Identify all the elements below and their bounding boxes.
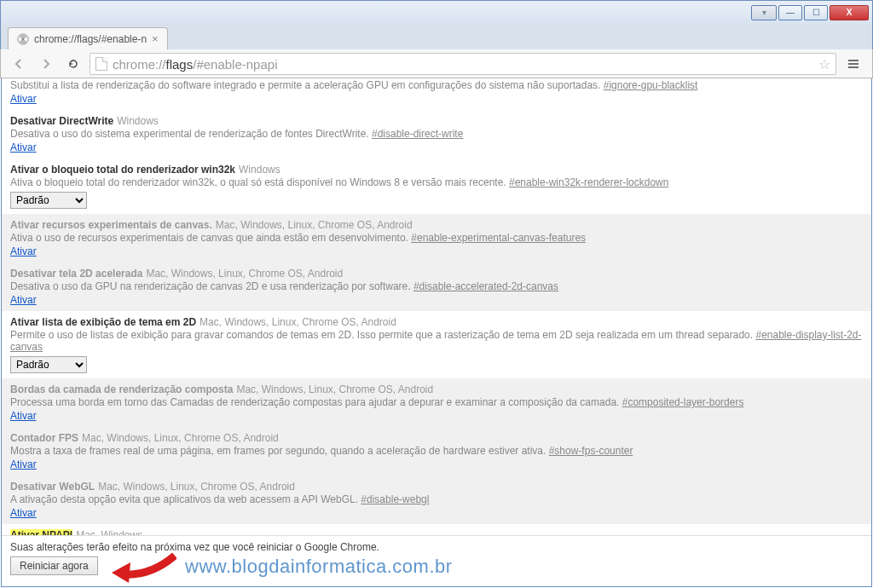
maximize-button[interactable]: ☐ [804,5,828,20]
flag-platforms: Mac, Windows, Linux, Chrome OS, Android [82,432,279,444]
close-window-button[interactable]: X [830,5,869,20]
flag-title: Ativar NPAPI [10,529,72,535]
flag-description: Desativa o uso do sistema experimental d… [10,128,863,140]
flag-item: Contador FPSMac, Windows, Linux, Chrome … [2,427,871,476]
url-text: chrome://flags/#enable-npapi [113,57,277,72]
flag-platforms: Mac, Windows, Linux, Chrome OS, Android [236,383,433,395]
tab-title: chrome://flags/#enable-n [34,33,147,45]
flag-description: Substitui a lista de renderização do sof… [10,79,863,91]
flag-action-link[interactable]: Ativar [10,294,37,306]
flag-hash-link[interactable]: #ignore-gpu-blacklist [604,79,698,91]
flag-select[interactable]: Padrão [10,356,87,373]
flag-platforms: Windows [117,115,159,127]
flag-platforms: Mac, Windows [76,529,142,535]
flag-description: Processa uma borda em torno das Camadas … [10,396,863,408]
forward-button[interactable] [35,53,57,75]
flag-item: Ativar o bloqueio total do renderizador … [2,159,871,214]
flag-item: Ativar NPAPIMac, WindowsAtiva o uso de p… [2,524,871,535]
flag-item: Ativar recursos experimentais de canvas.… [2,214,871,262]
flag-title: Contador FPS [10,432,78,444]
flag-platforms: Mac, Windows, Linux, Chrome OS, Android [98,481,295,493]
red-arrow-annotation [108,549,176,585]
flag-hash-link[interactable]: #enable-win32k-renderer-lockdown [509,176,668,188]
content-area: Substitui a lista de renderização do sof… [1,78,872,587]
relaunch-button[interactable]: Reiniciar agora [10,556,98,575]
flag-action-link[interactable]: Ativar [10,507,37,519]
flag-hash-link[interactable]: #enable-experimental-canvas-features [411,232,586,244]
flag-action-link[interactable]: Ativar [10,93,37,105]
tab-close-icon[interactable]: × [152,33,159,44]
flag-item: Desativar WebGLMac, Windows, Linux, Chro… [2,476,871,524]
flags-list[interactable]: Substitui a lista de renderização do sof… [2,78,871,535]
flag-title: Ativar recursos experimentais de canvas. [10,219,212,231]
flag-hash-link[interactable]: #disable-webgl [361,493,429,505]
tab-flags[interactable]: chrome://flags/#enable-n × [8,27,168,49]
flag-item: Bordas da camada de renderização compost… [2,378,871,427]
flag-platforms: Mac, Windows, Linux, Chrome OS, Android [146,268,343,280]
flag-description: Ativa o bloqueio total do renderizador w… [10,176,863,188]
reload-button[interactable] [62,53,84,75]
address-bar[interactable]: chrome://flags/#enable-npapi ☆ [90,53,836,75]
nuclear-icon [17,33,29,45]
flag-platforms: Mac, Windows, Linux, Chrome OS, Android [199,316,396,328]
tab-strip: chrome://flags/#enable-n × [0,24,873,49]
flag-title: Bordas da camada de renderização compost… [10,383,233,395]
flag-title: Desativar DirectWrite [10,115,113,127]
window-titlebar: ▾ — ☐ X [0,0,873,24]
flag-title: Desativar tela 2D acelerada [10,268,142,280]
relaunch-bar: Suas alterações terão efeito na próxima … [2,535,871,586]
chrome-menu-button[interactable] [841,53,865,75]
flag-item: Desativar tela 2D aceleradaMac, Windows,… [2,262,871,311]
flag-item: Substitui a lista de renderização do sof… [2,79,871,110]
flag-hash-link[interactable]: #composited-layer-borders [622,396,744,408]
flag-action-link[interactable]: Ativar [10,458,37,470]
flag-platforms: Windows [239,164,280,176]
flag-hash-link[interactable]: #enable-display-list-2d-canvas [10,329,862,353]
back-button[interactable] [8,53,30,75]
bookmark-star-icon[interactable]: ☆ [818,56,830,72]
minimize-button[interactable]: — [778,5,802,20]
flag-action-link[interactable]: Ativar [10,410,37,422]
page-icon [95,57,107,71]
flag-description: A ativação desta opção evita que aplicat… [10,493,863,505]
flag-title: Ativar lista de exibição de tema em 2D [10,316,196,328]
flag-title: Ativar o bloqueio total do renderizador … [10,164,235,176]
flag-hash-link[interactable]: #show-fps-counter [549,445,633,457]
flag-select[interactable]: Padrão [10,192,87,209]
flag-platforms: Mac, Windows, Linux, Chrome OS, Android [216,219,413,231]
flag-item: Ativar lista de exibição de tema em 2DMa… [2,311,871,378]
flag-description: Desativa o uso da GPU na renderização de… [10,280,863,292]
watermark-text: www.blogdainformatica.com.br [185,556,453,578]
flag-description: Ativa o uso de recursos experimentais de… [10,232,863,244]
titlebar-user-button[interactable]: ▾ [751,5,777,20]
flag-item: Desativar DirectWriteWindowsDesativa o u… [2,110,871,159]
flag-description: Permite o uso de listas de exibição para… [10,329,863,353]
browser-toolbar: chrome://flags/#enable-npapi ☆ [0,49,873,78]
flag-description: Mostra a taxa de frames real de uma pági… [10,445,863,457]
flag-title: Desativar WebGL [10,481,95,493]
flag-action-link[interactable]: Ativar [10,141,37,153]
flag-hash-link[interactable]: #disable-direct-write [372,128,463,140]
flag-action-link[interactable]: Ativar [10,245,37,257]
flag-hash-link[interactable]: #disable-accelerated-2d-canvas [413,280,558,292]
